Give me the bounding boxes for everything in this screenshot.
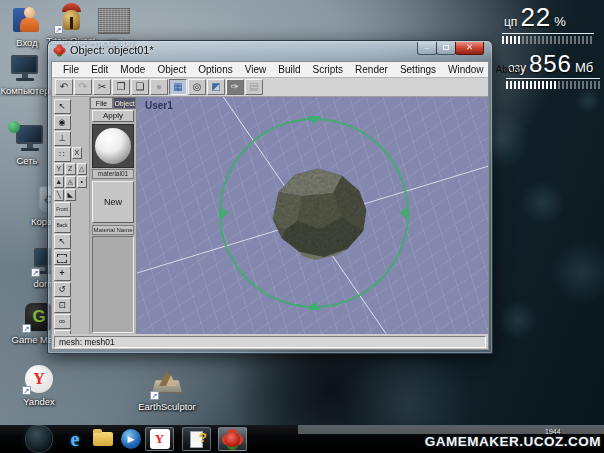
paste-icon[interactable]: ❏ bbox=[131, 79, 149, 95]
gizmo-arrow-right bbox=[400, 206, 408, 220]
taskbar-help-button[interactable]: ? bbox=[182, 427, 211, 451]
start-button[interactable] bbox=[26, 426, 52, 452]
menu-item[interactable]: Build bbox=[272, 64, 306, 75]
apply-button[interactable]: Apply bbox=[92, 110, 134, 122]
select-tool-icon[interactable]: ↖ bbox=[54, 99, 71, 114]
close-button[interactable]: ✕ bbox=[455, 42, 484, 55]
axis-icon[interactable]: ⊥ bbox=[54, 131, 71, 146]
app-flower-icon bbox=[55, 46, 64, 55]
material-list[interactable] bbox=[92, 236, 134, 333]
tab-object[interactable]: Object bbox=[113, 97, 136, 109]
help-document-icon: ? bbox=[190, 431, 203, 448]
vertex-mode-icon[interactable]: ∷ bbox=[54, 147, 71, 162]
pick-tool-icon[interactable]: ↖ bbox=[54, 234, 71, 249]
menu-item[interactable]: Edit bbox=[85, 64, 114, 75]
link-tool-icon[interactable]: ∞ bbox=[54, 314, 71, 329]
point-tool-icon[interactable]: ◬ bbox=[65, 176, 76, 188]
eye-icon[interactable]: ◉ bbox=[54, 115, 71, 130]
menu-item[interactable]: About bbox=[490, 64, 528, 75]
menu-item[interactable]: View bbox=[239, 64, 273, 75]
computer-icon bbox=[9, 53, 41, 83]
icon-label: Yandex bbox=[23, 396, 55, 407]
cpu-bar-fill bbox=[502, 36, 522, 44]
ram-value: 856 bbox=[529, 50, 572, 78]
menu-item[interactable]: Object bbox=[151, 64, 192, 75]
sphere-icon[interactable]: ● bbox=[150, 79, 168, 95]
editor-flower-icon bbox=[225, 432, 240, 447]
yandex-icon: Y ↗ bbox=[23, 364, 55, 394]
maximize-icon bbox=[443, 45, 449, 50]
taskbar-media-player-button[interactable]: ▶ bbox=[120, 428, 142, 450]
tab-file[interactable]: File bbox=[90, 97, 113, 109]
cpu-bar bbox=[502, 36, 594, 44]
texture-thumbnail-icon bbox=[98, 5, 130, 35]
user-icon bbox=[11, 5, 43, 35]
desktop-icon-earthsculptor[interactable]: ↗ EarthSculptor bbox=[135, 369, 199, 412]
ram-bar bbox=[506, 81, 600, 89]
menu-item[interactable]: Mode bbox=[114, 64, 151, 75]
dot-tool-icon[interactable]: • bbox=[77, 176, 88, 188]
new-material-button[interactable]: New bbox=[92, 181, 134, 223]
move-tool-icon[interactable]: + bbox=[54, 266, 71, 281]
menu-item[interactable]: Settings bbox=[394, 64, 442, 75]
cut-icon[interactable]: ✂ bbox=[93, 79, 111, 95]
face-tool-icon[interactable]: △ bbox=[77, 163, 88, 175]
corner-tool-icon[interactable]: ◣ bbox=[65, 189, 76, 201]
menu-item[interactable]: File bbox=[57, 64, 85, 75]
icon-label: Вход bbox=[16, 37, 38, 48]
shortcut-arrow-icon: ↗ bbox=[22, 324, 31, 333]
viewport-3d[interactable]: User1 bbox=[137, 97, 488, 334]
asteroid-model[interactable] bbox=[267, 163, 372, 263]
taskbar-editor-button[interactable] bbox=[218, 427, 247, 451]
solid-tool-icon[interactable]: ▲ bbox=[54, 176, 65, 188]
rotate-tool-icon[interactable]: ↺ bbox=[54, 282, 71, 297]
shade-icon[interactable]: ◩ bbox=[207, 79, 225, 95]
taskbar-ie-button[interactable]: e bbox=[64, 428, 86, 450]
terrain-icon: ↗ bbox=[151, 369, 183, 399]
material-name-value[interactable]: material01 bbox=[92, 169, 134, 179]
taskbar-yandex-button[interactable]: Y bbox=[145, 427, 174, 451]
viewport-name-label: User1 bbox=[145, 100, 173, 111]
helmet-icon: ↗ bbox=[55, 3, 87, 33]
cpu-value: 22 bbox=[520, 2, 551, 33]
desktop-icon-computer[interactable]: Компьютер bbox=[0, 53, 54, 96]
folder-icon bbox=[93, 432, 113, 446]
shortcut-arrow-icon: ↗ bbox=[22, 386, 31, 395]
ram-bar-fill bbox=[506, 81, 558, 89]
front-button[interactable]: Front bbox=[54, 202, 71, 217]
side-panel: File Object Apply material01 New Materia… bbox=[90, 97, 137, 334]
marquee-tool-icon[interactable] bbox=[54, 250, 71, 265]
status-bar: mesh: mesh01 bbox=[52, 334, 488, 349]
menu-item[interactable]: Window bbox=[442, 64, 490, 75]
ie-icon: e bbox=[71, 428, 80, 451]
maximize-button[interactable] bbox=[436, 42, 456, 55]
tool-palette: ↖◉⊥∷XYZ△▲◬•╲◣FrontBack↖+↺⊡∞Λuv▦▩⊠⊛△⊕⊟◫ bbox=[52, 97, 90, 334]
globe-icon bbox=[8, 121, 20, 133]
viewport-scene bbox=[137, 97, 488, 334]
menu-item[interactable]: Scripts bbox=[307, 64, 350, 75]
material-preview[interactable] bbox=[92, 124, 134, 168]
grid-icon[interactable]: ▦ bbox=[169, 79, 187, 95]
bokeh-circle bbox=[575, 88, 601, 114]
edge-tool-icon[interactable]: ╲ bbox=[54, 189, 65, 201]
desktop-icon-yandex[interactable]: Y ↗ Yandex bbox=[10, 364, 68, 407]
watermark-site: GAMEMAKER.UCOZ.COM bbox=[425, 434, 601, 449]
paint-icon[interactable]: ✑ bbox=[226, 79, 244, 95]
scale-tool-icon[interactable]: ⊡ bbox=[54, 298, 71, 313]
menu-item[interactable]: Render bbox=[349, 64, 394, 75]
back-button[interactable]: Back bbox=[54, 218, 71, 233]
menu-item[interactable]: Options bbox=[192, 64, 238, 75]
undo-icon[interactable]: ↶ bbox=[55, 79, 73, 95]
target-icon[interactable]: ◎ bbox=[188, 79, 206, 95]
z-axis-button[interactable]: Z bbox=[65, 163, 76, 175]
y-axis-button[interactable]: Y bbox=[54, 163, 65, 175]
title-bar[interactable]: Object: object01* – ✕ bbox=[48, 41, 492, 61]
cpu-gadget: цп 22 % bbox=[502, 2, 594, 44]
chart-icon[interactable]: ▤ bbox=[245, 79, 263, 95]
material-sphere-icon bbox=[95, 128, 131, 164]
redo-icon[interactable]: ↷ bbox=[74, 79, 92, 95]
x-axis-button[interactable]: X bbox=[72, 147, 83, 159]
taskbar-explorer-button[interactable] bbox=[92, 428, 114, 450]
copy-icon[interactable]: ❐ bbox=[112, 79, 130, 95]
minimize-button[interactable]: – bbox=[417, 42, 437, 55]
